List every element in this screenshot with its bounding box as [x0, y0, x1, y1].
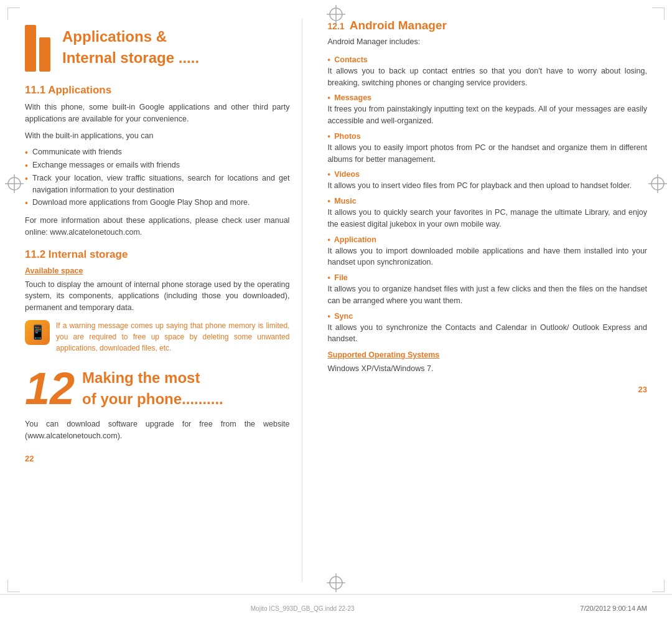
item-messages-text: It frees you from painstakingly inputtin… — [327, 103, 647, 127]
content-area: Applications & Internal storage ..... 11… — [0, 0, 672, 594]
left-page-number-container: 22 — [25, 454, 289, 463]
android-manager-items: • Contacts It allows you to back up cont… — [327, 55, 647, 345]
item-file: • File It allows you to organize handset… — [327, 273, 647, 307]
corner-bl — [7, 580, 20, 592]
crosshair-left — [5, 174, 24, 193]
section-12-1-intro: Android Manager includes: — [327, 36, 647, 48]
item-file-label: • File — [327, 273, 647, 282]
item-file-bullet: • — [327, 273, 330, 282]
item-music-text: It allows you to quickly search your fav… — [327, 207, 647, 230]
crosshair-bottom — [327, 573, 345, 592]
warning-icon-symbol: 📱 — [29, 324, 46, 341]
left-page-number: 22 — [25, 454, 34, 463]
item-photos-text: It allows you to easily import photos fr… — [327, 142, 647, 166]
item-music-bullet: • — [327, 197, 330, 205]
section-11-2-heading: 11.2 Internal storage — [25, 248, 289, 261]
item-contacts-text: It allows you to back up contact entries… — [327, 65, 647, 89]
chapter12-title-line1: Making the most — [82, 369, 223, 387]
item-music-label: • Music — [327, 197, 647, 205]
section-12-1-header: 12.1 Android Manager — [327, 19, 647, 35]
item-sync-bullet: • — [327, 312, 330, 321]
item-application-text: It allows you to import downloaded mobil… — [327, 245, 647, 269]
warning-text: If a warning message comes up saying tha… — [56, 320, 289, 354]
chapter11-title-line1: Applications & — [62, 28, 199, 46]
item-sync-text: It allows you to synchronize the Contact… — [327, 322, 647, 346]
section-12-1-title: Android Manager — [350, 19, 447, 32]
footer: Mojito ICS_993D_GB_QG.indd 22-23 7/20/20… — [0, 594, 672, 622]
section-11-1-heading: 11.1 Applications — [25, 84, 289, 97]
corner-tl — [7, 7, 20, 20]
bullet-2: Exchange messages or emails with friends — [25, 159, 289, 171]
corner-br — [652, 580, 665, 592]
section-11-2: 11.2 Internal storage Available space To… — [25, 248, 289, 354]
available-space-label: Available space — [25, 266, 83, 275]
item-photos-bullet: • — [327, 132, 330, 141]
item-photos-label: • Photos — [327, 132, 647, 141]
crosshair-top — [327, 5, 345, 24]
section-11-1-intro2: With the built-in applications, you can — [25, 130, 289, 142]
item-sync-label: • Sync — [327, 312, 647, 321]
chapter12-title: Making the most of your phone.......... — [82, 366, 223, 408]
footer-center: Mojito ICS_993D_GB_QG.indd 22-23 — [251, 605, 355, 612]
item-application-label: • Application — [327, 235, 647, 244]
item-music: • Music It allows you to quickly search … — [327, 197, 647, 230]
chapter11-number-bars — [25, 25, 62, 72]
supported-os-section: Supported Operating Systems Windows XP/V… — [327, 350, 647, 375]
right-page-number-container: 23 — [327, 385, 647, 394]
warning-icon: 📱 — [25, 320, 50, 345]
chapter12-number: 12 — [25, 364, 75, 413]
section-11-1-bullets: Communicate with friends Exchange messag… — [25, 146, 289, 209]
item-contacts: • Contacts It allows you to back up cont… — [327, 55, 647, 89]
section-11-1-outro: For more information about these applica… — [25, 215, 289, 238]
section-11-1: 11.1 Applications With this phone, some … — [25, 84, 289, 238]
bar-short-1 — [39, 37, 50, 72]
item-videos-bullet: • — [327, 170, 330, 179]
chapter11-title-line2: Internal storage ..... — [62, 49, 199, 67]
right-column: 12.1 Android Manager Android Manager inc… — [321, 19, 647, 582]
item-videos: • Videos It allows you to insert video f… — [327, 170, 647, 192]
footer-right: 7/20/2012 9:00:14 AM — [580, 605, 647, 612]
item-videos-text: It allows you to insert video files from… — [327, 180, 647, 192]
chapter12-title-line2: of your phone.......... — [82, 390, 223, 408]
available-space-text: Touch to display the amount of internal … — [25, 279, 289, 314]
section-12-1: 12.1 Android Manager Android Manager inc… — [327, 19, 647, 48]
item-contacts-bullet: • — [327, 55, 330, 64]
item-application-bullet: • — [327, 235, 330, 244]
section-11-1-intro1: With this phone, some built-in Google ap… — [25, 101, 289, 125]
chapter11-heading: Applications & Internal storage ..... — [25, 25, 289, 72]
chapter12-number-container: 12 — [25, 366, 82, 411]
item-messages: • Messages It frees you from painstaking… — [327, 93, 647, 127]
item-file-text: It allows you to organize handset files … — [327, 283, 647, 307]
item-messages-label: • Messages — [327, 93, 647, 102]
bullet-3: Track your location, view traffic situat… — [25, 172, 289, 196]
item-photos: • Photos It allows you to easily import … — [327, 132, 647, 166]
bullet-1: Communicate with friends — [25, 146, 289, 158]
item-videos-label: • Videos — [327, 170, 647, 179]
warning-box: 📱 If a warning message comes up saying t… — [25, 320, 289, 354]
bullet-4: Download more applications from Google P… — [25, 197, 289, 209]
chapter12-heading: 12 Making the most of your phone........… — [25, 366, 289, 411]
bar-tall-1 — [25, 25, 36, 72]
corner-tr — [652, 7, 665, 20]
chapter11-title: Applications & Internal storage ..... — [62, 25, 199, 67]
item-sync: • Sync It allows you to synchronize the … — [327, 312, 647, 346]
right-page-number: 23 — [638, 385, 647, 394]
left-column: Applications & Internal storage ..... 11… — [25, 19, 302, 582]
item-application: • Application It allows you to import do… — [327, 235, 647, 269]
item-contacts-label: • Contacts — [327, 55, 647, 64]
page-container: Applications & Internal storage ..... 11… — [0, 0, 672, 622]
crosshair-right — [648, 174, 667, 193]
chapter12-body: You can download software upgrade for fr… — [25, 418, 289, 442]
item-messages-bullet: • — [327, 93, 330, 102]
supported-os-text: Windows XP/Vista/Windows 7. — [327, 363, 647, 375]
supported-os-label: Supported Operating Systems — [327, 351, 439, 359]
